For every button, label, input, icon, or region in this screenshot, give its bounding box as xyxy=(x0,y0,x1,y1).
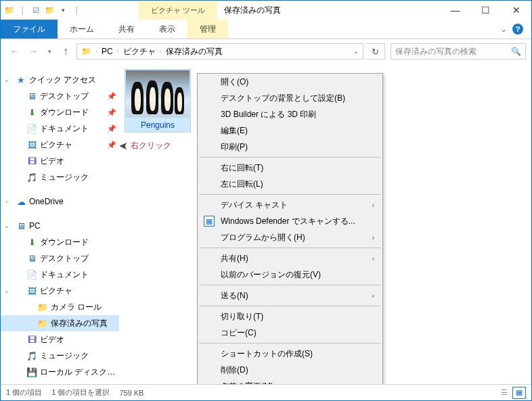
file-thumbnail[interactable]: Penguins xyxy=(125,69,191,133)
chevron-right-icon: › xyxy=(372,202,374,209)
maximize-button[interactable]: ☐ xyxy=(470,1,501,20)
chevron-right-icon: › xyxy=(372,234,374,241)
tree-savedpictures[interactable]: 📁保存済みの写真 xyxy=(1,315,119,331)
ctx-open-with[interactable]: プログラムから開く(H)› xyxy=(198,229,382,245)
minimize-button[interactable]: — xyxy=(440,1,470,20)
ctx-cast[interactable]: デバイス キャスト› xyxy=(198,197,382,213)
breadcrumb-folder-icon: 📁 xyxy=(81,47,91,56)
filename-label: Penguins xyxy=(126,118,190,131)
ctx-rotate-right[interactable]: 右に回転(T) xyxy=(198,160,382,176)
ctx-create-shortcut[interactable]: ショートカットの作成(S) xyxy=(198,346,382,362)
ctx-defender[interactable]: ▦Windows Defender でスキャンする... xyxy=(198,213,382,229)
breadcrumb[interactable]: 📁 › PC › ピクチャ › 保存済みの写真 ⌄ xyxy=(76,43,363,60)
ctx-send-to[interactable]: 送る(N)› xyxy=(198,287,382,304)
titlebar: 📁 | ☑ 📁 ▾ | ピクチャ ツール 保存済みの写真 — ☐ ✕ xyxy=(1,1,531,20)
view-details-button[interactable]: ☰ xyxy=(497,387,511,399)
tree-quick-access[interactable]: ⌄★クイック アクセス xyxy=(1,72,119,88)
nav-up-button[interactable]: ↑ xyxy=(58,43,74,60)
search-icon: 🔍 xyxy=(511,47,521,56)
view-thumbnails-button[interactable]: ▦ xyxy=(512,387,526,399)
picture-tools-tab[interactable]: ピクチャ ツール xyxy=(139,1,217,20)
thumbnail-image xyxy=(126,70,190,118)
address-bar: ← → ▾ ↑ 📁 › PC › ピクチャ › 保存済みの写真 ⌄ ↻ 保存済み… xyxy=(1,39,531,64)
disk-icon: 💾 xyxy=(26,367,37,377)
pc-icon: 🖥 xyxy=(16,221,26,231)
tree-downloads2[interactable]: ⬇ダウンロード xyxy=(1,234,119,250)
breadcrumb-segment[interactable]: 保存済みの写真 xyxy=(166,46,223,57)
pin-icon: 📌 xyxy=(107,124,116,133)
folder-icon: 📁 xyxy=(3,5,14,16)
qat-dropdown-icon[interactable]: ▾ xyxy=(58,5,68,16)
ctx-delete[interactable]: 削除(D) xyxy=(198,362,382,378)
nav-tree: ⌄★クイック アクセス 🖥デスクトップ📌 ⬇ダウンロード📌 📄ドキュメント📌 🖼… xyxy=(1,64,119,385)
ctx-copy[interactable]: コピー(C) xyxy=(198,325,382,341)
chevron-right-icon: › xyxy=(372,292,374,300)
manage-tab[interactable]: 管理 xyxy=(187,20,228,39)
qat-folder-icon[interactable]: 📁 xyxy=(44,5,55,16)
ctx-rotate-left[interactable]: 左に回転(L) xyxy=(198,176,382,192)
tree-pc[interactable]: ⌄🖥PC xyxy=(1,218,119,234)
desktop-icon: 🖥 xyxy=(26,91,37,101)
ctx-print[interactable]: 印刷(P) xyxy=(198,139,382,155)
tree-downloads[interactable]: ⬇ダウンロード📌 xyxy=(1,104,119,120)
tree-cameraroll[interactable]: 📁カメラ ロール xyxy=(1,299,119,315)
folder-icon: 📁 xyxy=(37,319,48,329)
folder-icon: 📁 xyxy=(37,302,48,312)
share-tab[interactable]: 共有 xyxy=(106,20,147,39)
breadcrumb-segment[interactable]: ピクチャ xyxy=(123,46,156,57)
nav-history-dropdown[interactable]: ▾ xyxy=(44,43,55,60)
tree-music2[interactable]: 🎵ミュージック xyxy=(1,348,119,364)
ctx-cut[interactable]: 切り取り(T) xyxy=(198,308,382,325)
status-count: 1 個の項目 xyxy=(6,387,42,398)
pin-icon: 📌 xyxy=(107,141,116,149)
ctx-3d-print[interactable]: 3D Builder による 3D 印刷 xyxy=(198,106,382,122)
tree-desktop[interactable]: 🖥デスクトップ📌 xyxy=(1,88,119,104)
annotation-text: 右クリック xyxy=(131,140,171,151)
view-tab[interactable]: 表示 xyxy=(147,20,187,39)
tree-documents2[interactable]: 📄ドキュメント xyxy=(1,266,119,283)
ctx-restore-versions[interactable]: 以前のバージョンの復元(V) xyxy=(198,266,382,283)
file-tab[interactable]: ファイル xyxy=(1,20,58,39)
document-icon: 📄 xyxy=(26,124,37,134)
star-icon: ★ xyxy=(16,75,26,85)
tree-pictures[interactable]: 🖼ピクチャ📌 xyxy=(1,137,119,153)
status-size: 759 KB xyxy=(119,389,143,397)
tree-onedrive[interactable]: ›☁OneDrive xyxy=(1,193,119,210)
help-icon[interactable]: ? xyxy=(512,24,523,34)
pictures-icon: 🖼 xyxy=(26,140,37,150)
context-menu: 開く(O) デスクトップの背景として設定(B) 3D Builder による 3… xyxy=(197,73,383,401)
close-button[interactable]: ✕ xyxy=(501,1,531,20)
videos-icon: 🎞 xyxy=(26,335,37,345)
ctx-open[interactable]: 開く(O) xyxy=(198,74,382,90)
tree-videos2[interactable]: 🎞ビデオ xyxy=(1,331,119,348)
ctx-set-background[interactable]: デスクトップの背景として設定(B) xyxy=(198,90,382,106)
tree-documents[interactable]: 📄ドキュメント📌 xyxy=(1,120,119,137)
onedrive-icon: ☁ xyxy=(16,197,26,207)
tree-videos[interactable]: 🎞ビデオ xyxy=(1,153,119,169)
search-input[interactable]: 保存済みの写真の検索 🔍 xyxy=(391,43,526,60)
music-icon: 🎵 xyxy=(26,172,37,183)
shield-icon: ▦ xyxy=(204,216,215,227)
nav-forward-button[interactable]: → xyxy=(25,43,41,60)
ctx-edit[interactable]: 編集(E) xyxy=(198,122,382,139)
download-icon: ⬇ xyxy=(26,237,37,247)
tree-music[interactable]: 🎵ミュージック xyxy=(1,169,119,185)
qat-checkbox-icon[interactable]: ☑ xyxy=(30,5,41,16)
window-title: 保存済みの写真 xyxy=(217,1,288,20)
breadcrumb-dropdown-icon[interactable]: ⌄ xyxy=(353,48,359,55)
document-icon: 📄 xyxy=(26,270,37,280)
tree-pictures2[interactable]: ⌄🖼ピクチャ xyxy=(1,283,119,299)
videos-icon: 🎞 xyxy=(26,156,37,166)
download-icon: ⬇ xyxy=(26,108,37,118)
chevron-right-icon: › xyxy=(160,48,162,55)
home-tab[interactable]: ホーム xyxy=(58,20,106,39)
ribbon-collapse-icon[interactable]: ⌄ xyxy=(500,24,507,34)
ribbon: ファイル ホーム 共有 表示 管理 ⌄ ? xyxy=(1,20,531,39)
ctx-share[interactable]: 共有(H)› xyxy=(198,250,382,266)
status-selection: 1 個の項目を選択 xyxy=(51,387,110,398)
refresh-button[interactable]: ↻ xyxy=(366,43,385,60)
tree-localdisk[interactable]: 💾ローカル ディスク (C:) xyxy=(1,364,119,380)
breadcrumb-segment[interactable]: PC xyxy=(102,47,113,56)
tree-desktop2[interactable]: 🖥デスクトップ xyxy=(1,250,119,266)
nav-back-button[interactable]: ← xyxy=(6,43,22,60)
